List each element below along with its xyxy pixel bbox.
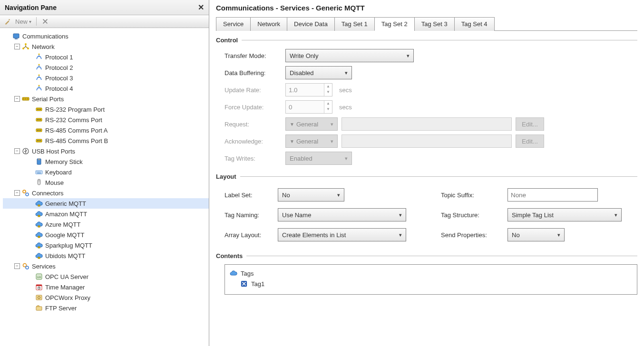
- label-label-set: Label Set:: [224, 192, 278, 199]
- tree-item-label: Services: [32, 263, 56, 270]
- contents-box[interactable]: Tags Tag1: [224, 264, 637, 295]
- tree-item-label: RS-232 Program Port: [45, 106, 105, 113]
- tab-service[interactable]: Service: [216, 17, 251, 31]
- mouse-icon: [35, 179, 43, 186]
- row-acknowledge: Acknowledge: ▼ General Edit...: [224, 134, 637, 148]
- cloud-icon: [35, 231, 43, 239]
- tree-item-communications[interactable]: −Communications: [3, 31, 209, 41]
- update-rate-spinner: ▲▼: [285, 83, 332, 96]
- connectors-icon: [22, 189, 29, 197]
- tree-item-label: OPCWorx Proxy: [45, 294, 90, 301]
- svg-rect-35: [38, 172, 39, 173]
- svg-point-11: [23, 98, 24, 99]
- tab-tag-set-1[interactable]: Tag Set 1: [334, 17, 375, 31]
- tree-item-opc-ua-server[interactable]: −UAOPC UA Server: [3, 271, 209, 282]
- expand-collapse-icon[interactable]: −: [14, 96, 20, 102]
- delete-button[interactable]: [41, 18, 51, 25]
- data-buffering-select[interactable]: Disabled: [285, 66, 352, 79]
- tag-naming-select[interactable]: Use Name: [278, 208, 406, 221]
- navigation-toolbar: New ▾: [0, 15, 209, 28]
- tree-item-amazon-mqtt[interactable]: −Amazon MQTT: [3, 209, 209, 219]
- svg-rect-41: [38, 215, 40, 217]
- transfer-mode-select[interactable]: Write Only: [285, 49, 414, 62]
- tree-item-time-manager[interactable]: −Time Manager: [3, 282, 209, 292]
- array-layout-select[interactable]: Create Elements in List: [278, 228, 406, 241]
- tree-item-services[interactable]: −Services: [3, 261, 209, 271]
- tree-item-opcworx-proxy[interactable]: −OPCWorx Proxy: [3, 292, 209, 303]
- tab-bar: ServiceNetworkDevice DataTag Set 1Tag Se…: [216, 17, 637, 31]
- tab-tag-set-2[interactable]: Tag Set 2: [374, 17, 415, 31]
- tree-item-rs-485-comms-port-b[interactable]: −RS-485 Comms Port B: [3, 135, 209, 146]
- tree-item-azure-mqtt[interactable]: −Azure MQTT: [3, 219, 209, 230]
- svg-rect-19: [37, 119, 38, 120]
- label-data-buffering: Data Buffering:: [224, 69, 285, 77]
- delete-icon: [41, 18, 49, 25]
- tree-item-keyboard[interactable]: −Keyboard: [3, 167, 209, 177]
- tree-item-label: USB Host Ports: [32, 148, 75, 155]
- tree-item-rs-232-program-port[interactable]: −RS-232 Program Port: [3, 104, 209, 115]
- tab-network[interactable]: Network: [250, 17, 287, 31]
- expand-collapse-icon[interactable]: −: [14, 44, 20, 49]
- acknowledge-input: [342, 135, 512, 148]
- tree-item-network[interactable]: −Network: [3, 41, 209, 52]
- tree-item-label: Keyboard: [45, 169, 72, 176]
- tree-item-label: Protocol 1: [45, 54, 73, 61]
- tree-item-memory-stick[interactable]: −Memory Stick: [3, 156, 209, 167]
- tree-item-ubidots-mqtt[interactable]: −Ubidots MQTT: [3, 250, 209, 261]
- usb-icon: [22, 147, 29, 155]
- serial-icon: [22, 95, 29, 103]
- tree-item-protocol-4[interactable]: −Protocol 4: [3, 83, 209, 94]
- row-topic-suffix: Topic Suffix:: [441, 188, 637, 202]
- svg-rect-23: [37, 130, 38, 131]
- tree-item-google-mqtt[interactable]: −Google MQTT: [3, 230, 209, 240]
- tab-device-data[interactable]: Device Data: [287, 17, 335, 31]
- network-icon: [22, 43, 29, 50]
- tree-item-label: Serial Ports: [32, 96, 64, 103]
- tab-tag-set-3[interactable]: Tag Set 3: [414, 17, 455, 31]
- tree-item-ftp-server[interactable]: −FTP Server: [3, 303, 209, 313]
- spin-down-icon: ▼: [324, 106, 332, 112]
- label-set-select[interactable]: No: [278, 188, 344, 202]
- send-properties-select[interactable]: No: [507, 228, 565, 241]
- services-icon: [22, 262, 29, 270]
- tree-item-protocol-1[interactable]: −Protocol 1: [3, 52, 209, 62]
- tree-item-protocol-3[interactable]: −Protocol 3: [3, 73, 209, 83]
- svg-rect-16: [39, 109, 39, 110]
- tree-item-serial-ports[interactable]: −Serial Ports: [3, 94, 209, 104]
- topic-suffix-input[interactable]: [507, 188, 598, 202]
- svg-rect-32: [38, 159, 40, 160]
- label-request: Request:: [224, 121, 285, 128]
- group-title-layout: Layout: [216, 173, 637, 180]
- expand-collapse-icon[interactable]: −: [14, 263, 20, 269]
- tree-item-generic-mqtt[interactable]: −Generic MQTT: [3, 198, 209, 209]
- comm-icon: [12, 32, 20, 40]
- new-menu[interactable]: New ▾: [4, 18, 31, 25]
- row-data-buffering: Data Buffering: Disabled: [224, 66, 637, 80]
- tree-item-connectors[interactable]: −Connectors: [3, 188, 209, 198]
- tree-item-label: Connectors: [32, 190, 63, 197]
- expand-collapse-icon[interactable]: −: [14, 148, 20, 154]
- tree-item-protocol-2[interactable]: −Protocol 2: [3, 62, 209, 73]
- tree-item-sparkplug-mqtt[interactable]: −Sparkplug MQTT: [3, 240, 209, 250]
- tree-item-rs-232-comms-port[interactable]: −RS-232 Comms Port: [3, 115, 209, 125]
- navigation-tree[interactable]: −Communications−Network−Protocol 1−Proto…: [0, 28, 209, 316]
- tree-item-label: RS-485 Comms Port A: [45, 127, 108, 134]
- contents-item[interactable]: Tag1: [230, 279, 632, 288]
- svg-rect-36: [39, 172, 40, 173]
- row-request: Request: ▼ General Edit...: [224, 117, 637, 131]
- svg-point-13: [27, 98, 28, 99]
- row-tag-structure: Tag Structure: Simple Tag List: [441, 208, 637, 222]
- contents-root[interactable]: Tags: [230, 269, 632, 278]
- tree-item-rs-485-comms-port-a[interactable]: −RS-485 Comms Port A: [3, 125, 209, 135]
- navigation-title: Navigation Pane: [5, 4, 57, 11]
- tag-structure-select[interactable]: Simple Tag List: [507, 208, 622, 221]
- group-title-contents: Contents: [216, 252, 637, 260]
- wand-icon: [4, 18, 11, 25]
- row-tag-writes: Tag Writes: Enabled: [224, 151, 637, 165]
- expand-collapse-icon[interactable]: −: [14, 190, 20, 196]
- tree-item-mouse[interactable]: −Mouse: [3, 177, 209, 188]
- svg-rect-21: [40, 119, 41, 120]
- tab-tag-set-4[interactable]: Tag Set 4: [454, 17, 495, 31]
- tree-item-usb-host-ports[interactable]: −USB Host Ports: [3, 146, 209, 156]
- close-icon[interactable]: ✕: [198, 3, 204, 12]
